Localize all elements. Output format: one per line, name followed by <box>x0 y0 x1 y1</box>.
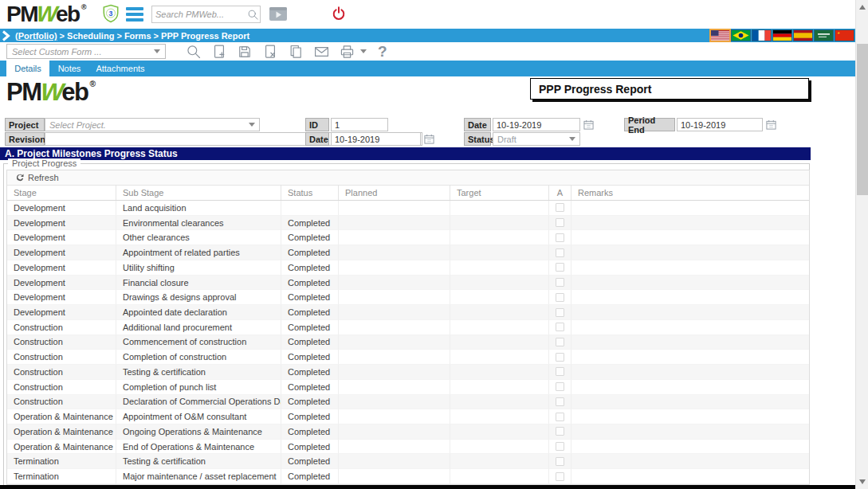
period-end-input[interactable] <box>677 118 763 131</box>
column-header-status[interactable]: Status <box>281 186 339 200</box>
scrollbar-thumb[interactable] <box>857 44 868 195</box>
vertical-scrollbar[interactable] <box>855 0 868 489</box>
help-icon[interactable]: ? <box>375 43 387 61</box>
column-header-remarks[interactable]: Remarks <box>571 186 809 200</box>
row-checkbox[interactable] <box>556 397 564 406</box>
row-checkbox[interactable] <box>556 308 564 317</box>
table-row[interactable]: ConstructionTesting & certificationCompl… <box>7 365 809 380</box>
status-select[interactable]: Draft <box>493 132 580 146</box>
notifications-shield-icon[interactable]: 3 <box>102 4 120 26</box>
search-record-icon[interactable] <box>185 43 202 61</box>
flag-germany-icon[interactable] <box>773 30 791 41</box>
table-row[interactable]: TerminationMajor maintenance / asset rep… <box>7 469 809 484</box>
cell-status: Completed <box>281 440 339 455</box>
menu-icon[interactable] <box>126 7 143 22</box>
pmweb-logo[interactable]: PMWeb® <box>6 3 86 25</box>
cell-planned <box>339 424 450 440</box>
table-row[interactable]: ConstructionDeclaration of Commercial Op… <box>7 395 809 410</box>
table-row[interactable]: DevelopmentUtility shiftingCompleted <box>7 260 809 276</box>
column-header-a[interactable]: A <box>549 186 571 200</box>
flag-saudi-arabia-icon[interactable] <box>815 30 833 41</box>
refresh-button[interactable]: Refresh <box>15 173 59 182</box>
save-icon[interactable] <box>236 43 253 61</box>
cell-status: Completed <box>281 320 339 335</box>
cell-remarks <box>571 201 809 216</box>
cell-a <box>549 469 571 484</box>
flag-france-icon[interactable] <box>752 30 771 41</box>
table-row[interactable]: ConstructionAdditional land procurementC… <box>7 320 809 335</box>
tab-details[interactable]: Details <box>6 61 49 76</box>
row-checkbox[interactable] <box>556 323 564 331</box>
id-label: ID <box>305 118 329 131</box>
flag-spain-icon[interactable] <box>794 30 812 41</box>
row-checkbox[interactable] <box>556 472 564 481</box>
table-row[interactable]: Operation & MaintenanceEnd of Operations… <box>7 440 809 455</box>
chevron-down-icon <box>249 123 255 127</box>
date2-calendar-icon[interactable] <box>423 133 434 145</box>
row-checkbox[interactable] <box>556 367 564 376</box>
table-row[interactable]: DevelopmentFinancial closureCompleted <box>7 276 809 291</box>
row-checkbox[interactable] <box>556 338 564 346</box>
print-icon[interactable] <box>338 43 355 61</box>
row-checkbox[interactable] <box>556 218 564 227</box>
row-checkbox[interactable] <box>556 442 564 451</box>
tab-attachments[interactable]: Attachments <box>89 61 151 76</box>
date-input[interactable] <box>493 118 580 131</box>
email-icon[interactable] <box>312 43 330 61</box>
row-checkbox[interactable] <box>556 457 564 466</box>
print-options-chevron-icon[interactable] <box>360 49 367 53</box>
table-row[interactable]: TerminationTesting & certificationComple… <box>7 454 809 469</box>
flag-brazil-icon[interactable] <box>732 30 750 41</box>
table-row[interactable]: DevelopmentOther clearancesCompleted <box>7 230 809 245</box>
cell-planned <box>339 290 450 305</box>
column-header-stage[interactable]: Stage <box>7 186 116 200</box>
copy-icon[interactable] <box>287 43 304 61</box>
add-record-icon[interactable] <box>210 43 228 61</box>
scroll-down-arrow-icon[interactable] <box>859 479 866 484</box>
cell-sub-stage: End of Operations & Maintenance <box>116 440 281 455</box>
row-checkbox[interactable] <box>556 353 564 362</box>
cell-a <box>549 350 571 365</box>
search-icon[interactable] <box>245 7 260 22</box>
column-header-sub-stage[interactable]: Sub Stage <box>116 186 281 200</box>
table-row[interactable]: ConstructionCompletion of constructionCo… <box>7 350 809 365</box>
breadcrumb-portfolio-link[interactable]: (Portfolio) <box>15 31 57 41</box>
table-row[interactable]: DevelopmentAppointed date declarationCom… <box>7 305 809 320</box>
table-row[interactable]: Operation & MaintenanceOngoing Operation… <box>7 424 809 440</box>
column-header-planned[interactable]: Planned <box>339 186 450 200</box>
flag-usa-icon[interactable] <box>711 30 729 41</box>
row-checkbox[interactable] <box>556 427 564 436</box>
table-row[interactable]: DevelopmentEnvironmental clearancesCompl… <box>7 216 809 231</box>
row-checkbox[interactable] <box>556 293 564 302</box>
period-end-calendar-icon[interactable] <box>765 119 776 131</box>
id-input[interactable] <box>331 118 388 131</box>
search-input[interactable] <box>152 10 245 19</box>
logout-power-icon[interactable] <box>332 6 346 24</box>
custom-form-select[interactable]: Select Custom Form ... <box>6 44 166 59</box>
row-checkbox[interactable] <box>556 248 564 257</box>
row-checkbox[interactable] <box>556 413 564 421</box>
column-header-target[interactable]: Target <box>450 186 549 200</box>
table-row[interactable]: DevelopmentLand acquisition <box>7 201 809 216</box>
cell-status: Completed <box>281 395 339 410</box>
table-row[interactable]: DevelopmentDrawings & designs approvalCo… <box>7 290 809 305</box>
tab-notes[interactable]: Notes <box>49 61 89 76</box>
scroll-up-arrow-icon[interactable] <box>859 5 866 10</box>
video-tutorials-icon[interactable] <box>269 7 287 24</box>
row-checkbox[interactable] <box>556 233 564 242</box>
date2-input[interactable] <box>331 132 421 146</box>
table-row[interactable]: Operation & MaintenanceAppointment of O&… <box>7 409 809 424</box>
cell-planned <box>339 245 450 260</box>
table-row[interactable]: ConstructionCommencement of construction… <box>7 335 809 350</box>
cell-sub-stage: Declaration of Commercial Operations Dat… <box>116 395 281 410</box>
project-select[interactable]: Select Project. <box>45 118 260 131</box>
delete-record-icon[interactable] <box>261 43 279 61</box>
date-calendar-icon[interactable] <box>583 119 594 131</box>
table-row[interactable]: ConstructionCompletion of punch listComp… <box>7 380 809 395</box>
row-checkbox[interactable] <box>556 263 564 272</box>
row-checkbox[interactable] <box>556 382 564 391</box>
row-checkbox[interactable] <box>556 278 564 287</box>
table-row[interactable]: DevelopmentAppointment of related partie… <box>7 245 809 260</box>
row-checkbox[interactable] <box>556 203 564 212</box>
flag-china-icon[interactable] <box>835 30 854 41</box>
